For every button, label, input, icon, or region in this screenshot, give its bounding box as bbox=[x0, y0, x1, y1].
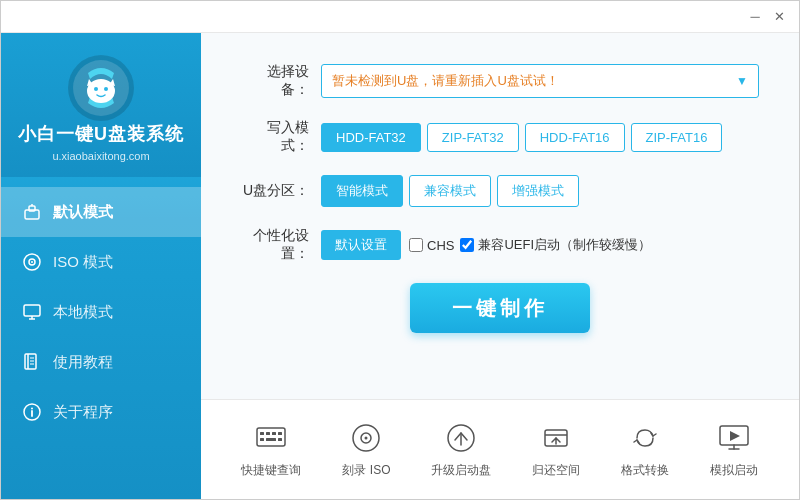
svg-rect-29 bbox=[266, 438, 276, 441]
chs-label: CHS bbox=[427, 238, 454, 253]
chevron-down-icon: ▼ bbox=[736, 74, 748, 88]
write-mode-row: 写入模式： HDD-FAT32 ZIP-FAT32 HDD-FAT16 ZIP-… bbox=[241, 119, 759, 155]
default-setting-button[interactable]: 默认设置 bbox=[321, 230, 401, 260]
tool-simulate-boot-label: 模拟启动 bbox=[710, 462, 758, 479]
partition-smart[interactable]: 智能模式 bbox=[321, 175, 403, 207]
svg-point-12 bbox=[31, 261, 33, 263]
tool-shortcut-query[interactable]: 快捷键查询 bbox=[229, 412, 313, 487]
tool-simulate-boot[interactable]: 模拟启动 bbox=[698, 412, 770, 487]
nav-item-local-mode[interactable]: 本地模式 bbox=[1, 287, 201, 337]
sidebar: 小白一键U盘装系统 u.xiaobaixitong.com 默认模式 bbox=[1, 33, 201, 499]
svg-rect-26 bbox=[272, 432, 276, 435]
upload-circle-icon bbox=[443, 420, 479, 456]
partition-btn-group: 智能模式 兼容模式 增强模式 bbox=[321, 175, 579, 207]
svg-point-33 bbox=[365, 437, 368, 440]
nav-label-local-mode: 本地模式 bbox=[53, 303, 113, 322]
tool-burn-iso[interactable]: 刻录 ISO bbox=[330, 412, 402, 487]
partition-label: U盘分区： bbox=[241, 182, 321, 200]
device-select[interactable]: 暂未检测到U盘，请重新插入U盘试试！ ▼ bbox=[321, 64, 759, 98]
tool-format-convert[interactable]: 格式转换 bbox=[609, 412, 681, 487]
app-subtitle: u.xiaobaixitong.com bbox=[52, 150, 149, 162]
restore-icon bbox=[538, 420, 574, 456]
sidebar-logo: 小白一键U盘装系统 u.xiaobaixitong.com bbox=[1, 33, 201, 177]
svg-rect-27 bbox=[278, 432, 282, 435]
app-logo-icon bbox=[66, 53, 136, 123]
partition-compat[interactable]: 兼容模式 bbox=[409, 175, 491, 207]
book-icon bbox=[21, 351, 43, 373]
svg-rect-23 bbox=[257, 428, 285, 446]
title-bar: ─ ✕ bbox=[1, 1, 799, 33]
svg-rect-24 bbox=[260, 432, 264, 435]
svg-rect-30 bbox=[278, 438, 282, 441]
make-btn-row: 一键制作 bbox=[241, 283, 759, 333]
tool-burn-iso-label: 刻录 ISO bbox=[342, 462, 390, 479]
device-label: 选择设备： bbox=[241, 63, 321, 99]
main-layout: 小白一键U盘装系统 u.xiaobaixitong.com 默认模式 bbox=[1, 33, 799, 499]
keyboard-icon bbox=[253, 420, 289, 456]
app-title: 小白一键U盘装系统 bbox=[18, 123, 184, 146]
app-window: ─ ✕ bbox=[0, 0, 800, 500]
uefi-label: 兼容UEFI启动（制作较缓慢） bbox=[478, 236, 651, 254]
disc-burn-icon bbox=[348, 420, 384, 456]
content-area: 选择设备： 暂未检测到U盘，请重新插入U盘试试！ ▼ 写入模式： HDD-FAT… bbox=[201, 33, 799, 499]
usb-icon bbox=[21, 201, 43, 223]
write-mode-btn-group: HDD-FAT32 ZIP-FAT32 HDD-FAT16 ZIP-FAT16 bbox=[321, 123, 722, 152]
write-mode-hdd-fat16[interactable]: HDD-FAT16 bbox=[525, 123, 625, 152]
disc-icon bbox=[21, 251, 43, 273]
chs-checkbox-item: CHS bbox=[409, 238, 454, 253]
personalize-label: 个性化设置： bbox=[241, 227, 321, 263]
write-mode-zip-fat16[interactable]: ZIP-FAT16 bbox=[631, 123, 723, 152]
tool-format-convert-label: 格式转换 bbox=[621, 462, 669, 479]
monitor-play-icon bbox=[716, 420, 752, 456]
bottom-toolbar: 快捷键查询 刻录 ISO bbox=[201, 399, 799, 499]
nav-label-iso-mode: ISO 模式 bbox=[53, 253, 113, 272]
svg-rect-25 bbox=[266, 432, 270, 435]
personalize-controls: 默认设置 CHS 兼容UEFI启动（制作较缓慢） bbox=[321, 230, 651, 260]
uefi-checkbox-item: 兼容UEFI启动（制作较缓慢） bbox=[460, 236, 651, 254]
svg-point-22 bbox=[31, 408, 33, 410]
svg-point-4 bbox=[104, 87, 108, 91]
tool-upgrade-boot-label: 升级启动盘 bbox=[431, 462, 491, 479]
nav-label-tutorial: 使用教程 bbox=[53, 353, 113, 372]
tool-restore-space-label: 归还空间 bbox=[532, 462, 580, 479]
minimize-button[interactable]: ─ bbox=[743, 5, 767, 29]
svg-marker-42 bbox=[730, 431, 740, 441]
nav-item-iso-mode[interactable]: ISO 模式 bbox=[1, 237, 201, 287]
nav-label-default-mode: 默认模式 bbox=[53, 203, 113, 222]
content-main: 选择设备： 暂未检测到U盘，请重新插入U盘试试！ ▼ 写入模式： HDD-FAT… bbox=[201, 33, 799, 399]
uefi-checkbox[interactable] bbox=[460, 238, 474, 252]
personalize-row: 个性化设置： 默认设置 CHS 兼容UEFI启动（制作较缓慢） bbox=[241, 227, 759, 263]
checkbox-group: CHS 兼容UEFI启动（制作较缓慢） bbox=[409, 236, 651, 254]
tool-shortcut-query-label: 快捷键查询 bbox=[241, 462, 301, 479]
partition-enhanced[interactable]: 增强模式 bbox=[497, 175, 579, 207]
write-mode-zip-fat32[interactable]: ZIP-FAT32 bbox=[427, 123, 519, 152]
partition-row: U盘分区： 智能模式 兼容模式 增强模式 bbox=[241, 175, 759, 207]
format-icon bbox=[627, 420, 663, 456]
make-button[interactable]: 一键制作 bbox=[410, 283, 590, 333]
nav-item-tutorial[interactable]: 使用教程 bbox=[1, 337, 201, 387]
close-button[interactable]: ✕ bbox=[767, 5, 791, 29]
nav-items: 默认模式 ISO 模式 bbox=[1, 187, 201, 437]
svg-rect-28 bbox=[260, 438, 264, 441]
svg-rect-13 bbox=[24, 305, 40, 316]
chs-checkbox[interactable] bbox=[409, 238, 423, 252]
tool-restore-space[interactable]: 归还空间 bbox=[520, 412, 592, 487]
nav-item-about[interactable]: 关于程序 bbox=[1, 387, 201, 437]
nav-label-about: 关于程序 bbox=[53, 403, 113, 422]
device-row: 选择设备： 暂未检测到U盘，请重新插入U盘试试！ ▼ bbox=[241, 63, 759, 99]
info-icon bbox=[21, 401, 43, 423]
nav-item-default-mode[interactable]: 默认模式 bbox=[1, 187, 201, 237]
tool-upgrade-boot[interactable]: 升级启动盘 bbox=[419, 412, 503, 487]
svg-rect-8 bbox=[29, 206, 35, 211]
write-mode-hdd-fat32[interactable]: HDD-FAT32 bbox=[321, 123, 421, 152]
svg-point-3 bbox=[94, 87, 98, 91]
device-select-text: 暂未检测到U盘，请重新插入U盘试试！ bbox=[332, 72, 559, 90]
write-mode-label: 写入模式： bbox=[241, 119, 321, 155]
monitor-icon bbox=[21, 301, 43, 323]
